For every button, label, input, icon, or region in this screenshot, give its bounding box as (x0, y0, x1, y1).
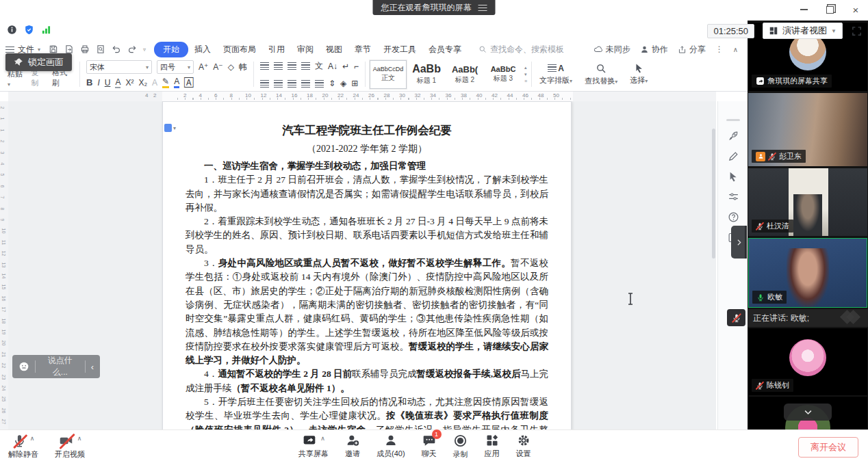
sync-status-button[interactable]: 未同步 (593, 44, 630, 55)
save-icon[interactable] (49, 44, 58, 54)
increase-indent-icon[interactable] (301, 62, 310, 70)
invite-button[interactable]: 邀请 (345, 434, 360, 460)
text-layout-tool[interactable]: A 文字排版▾ (533, 59, 578, 89)
customize-toolbar-caret[interactable]: ▿ (143, 47, 146, 53)
wps-tab-审阅[interactable]: 审阅 (291, 42, 320, 57)
highlight-color-button[interactable]: ✎ (162, 77, 169, 88)
redo-icon[interactable] (127, 44, 137, 54)
font-size-select[interactable]: 四号▾ (157, 60, 194, 74)
paste-options-icon[interactable]: ▾ (164, 124, 176, 132)
sidebar-collapse-handle[interactable] (731, 226, 747, 259)
grow-font-button[interactable]: A⁺ (199, 62, 208, 72)
show-marks-icon[interactable]: ↵ (342, 62, 349, 71)
chat-button[interactable]: 1 聊天 (422, 434, 437, 460)
distribute-icon[interactable] (315, 80, 324, 88)
document-scrollbar[interactable] (712, 109, 715, 424)
close-button[interactable]: × (850, 4, 861, 15)
command-search[interactable]: 查找命令、搜索模板 (478, 44, 564, 55)
quick-chat-pill[interactable]: 说点什么... ‹ (12, 355, 100, 378)
watching-banner[interactable]: 您正在观看詹琪琪的屏幕 (373, 0, 496, 15)
share-options-caret[interactable]: ∧ (320, 435, 325, 442)
more-menu-icon[interactable]: ⋮ (715, 44, 724, 54)
find-replace-tool[interactable]: 查找替换▾ (578, 59, 624, 89)
asian-layout-icon[interactable]: 文 (315, 60, 323, 72)
align-right-icon[interactable] (288, 80, 296, 88)
italic-button[interactable]: I (97, 78, 99, 88)
panel-handle[interactable] (726, 119, 740, 121)
collaborate-button[interactable]: 协作 (640, 44, 668, 55)
wps-tab-页面布局[interactable]: 页面布局 (217, 42, 262, 57)
wps-tab-会员专享[interactable]: 会员专享 (422, 42, 468, 57)
collapse-chat-icon[interactable]: ‹ (91, 362, 94, 372)
participant-tile-avatar[interactable]: 陈锐钊 (748, 328, 867, 395)
print-icon[interactable] (80, 44, 90, 54)
underline-button[interactable]: U (105, 78, 111, 88)
chat-input-placeholder[interactable]: 说点什么... (41, 355, 79, 378)
borders-icon[interactable]: ⊞ (351, 79, 358, 88)
bold-button[interactable]: B (86, 77, 92, 88)
settings-button[interactable]: 设置 (516, 434, 531, 460)
bullets-icon[interactable] (260, 62, 269, 70)
leave-meeting-button[interactable]: 离开会议 (798, 437, 858, 458)
wps-tab-引用[interactable]: 引用 (262, 42, 291, 57)
numbering-icon[interactable] (274, 62, 283, 70)
style-heading1[interactable]: AaBb 标题 1 (408, 60, 445, 89)
vertical-ruler[interactable]: 2112345678910111213141516171819202122232… (0, 101, 8, 429)
view-mode-button[interactable]: 演讲者视图 ▼ (763, 23, 843, 39)
participant-tile-video[interactable]: 彭卫东 (748, 93, 867, 166)
select-tool[interactable]: 选择▾ (624, 59, 654, 89)
decrease-indent-icon[interactable] (288, 62, 296, 70)
subscript-button[interactable]: X₂ (138, 78, 147, 88)
sidebar-scroll-down-button[interactable] (784, 404, 832, 421)
document-page[interactable]: ▾ 汽车工程学院班主任工作例会纪要（2021-2022 学年第 2 学期）一、巡… (162, 101, 572, 429)
superscript-button[interactable]: X² (125, 78, 133, 88)
lock-view-tooltip[interactable]: 锁定画面 (5, 53, 72, 71)
sort-icon[interactable]: A↓ (328, 62, 337, 71)
banner-menu-icon[interactable] (478, 5, 487, 11)
share-screen-button[interactable]: ∧ 共享屏幕 (298, 434, 329, 460)
apps-button[interactable]: 应用 (485, 434, 500, 460)
export-icon[interactable] (64, 44, 74, 54)
encryption-shield-icon[interactable] (24, 25, 34, 35)
wps-tab-插入[interactable]: 插入 (188, 42, 217, 57)
fullscreen-button[interactable] (851, 25, 863, 37)
minimize-button[interactable] (798, 4, 809, 15)
quick-tools-rocket-icon[interactable] (728, 130, 739, 142)
unmute-button[interactable]: ∧ 解除静音 (8, 434, 38, 460)
font-color-button[interactable]: A (174, 77, 179, 88)
style-normal[interactable]: AaBbCcDd 正文 (370, 60, 407, 89)
scrollbar-thumb[interactable] (712, 129, 715, 259)
styles-scroll[interactable]: ▴▾≡ (523, 65, 527, 83)
change-case-button[interactable]: 帏 (239, 62, 247, 73)
share-button[interactable]: 分享 (678, 44, 706, 55)
shrink-font-button[interactable]: A⁻ (213, 62, 222, 72)
enclose-char-button[interactable]: 🄰 (184, 78, 193, 88)
help-icon[interactable] (728, 211, 739, 223)
char-border-button[interactable]: A (115, 77, 120, 88)
emoji-icon[interactable] (18, 361, 29, 372)
wps-tab-章节[interactable]: 章节 (348, 42, 377, 57)
video-options-caret[interactable]: ∧ (77, 435, 82, 442)
collapse-ribbon-icon[interactable]: ∧ (733, 46, 738, 53)
settings-sliders-icon[interactable] (728, 191, 739, 202)
select-cursor-icon[interactable] (728, 171, 739, 182)
participant-tile-video[interactable]: 杜汉清 (748, 168, 867, 236)
network-signal-icon[interactable] (41, 25, 51, 35)
wps-tab-开发工具[interactable]: 开发工具 (377, 42, 422, 57)
font-name-select[interactable]: 宋体▾ (86, 60, 152, 74)
shading-icon[interactable]: ◈ (340, 79, 346, 88)
wps-tab-开始[interactable]: 开始 (154, 42, 188, 57)
meeting-info-icon[interactable] (7, 25, 17, 35)
align-left-icon[interactable] (260, 80, 269, 88)
restore-button[interactable] (824, 4, 835, 15)
tabs-icon[interactable]: ⌐ (354, 62, 359, 71)
mic-options-caret[interactable]: ∧ (30, 435, 35, 442)
muted-mic-indicator[interactable] (727, 309, 745, 326)
participant-tile-video-speaking[interactable]: 欧敏 (748, 238, 867, 308)
style-heading2[interactable]: AaBb( 标题 2 (446, 60, 483, 89)
print-preview-icon[interactable] (96, 44, 105, 54)
start-video-button[interactable]: ∧ 开启视频 (55, 434, 85, 460)
justify-icon[interactable] (301, 80, 310, 88)
text-effects-button[interactable]: A (152, 78, 157, 88)
paste-button[interactable]: 粘贴▾ (8, 69, 24, 88)
